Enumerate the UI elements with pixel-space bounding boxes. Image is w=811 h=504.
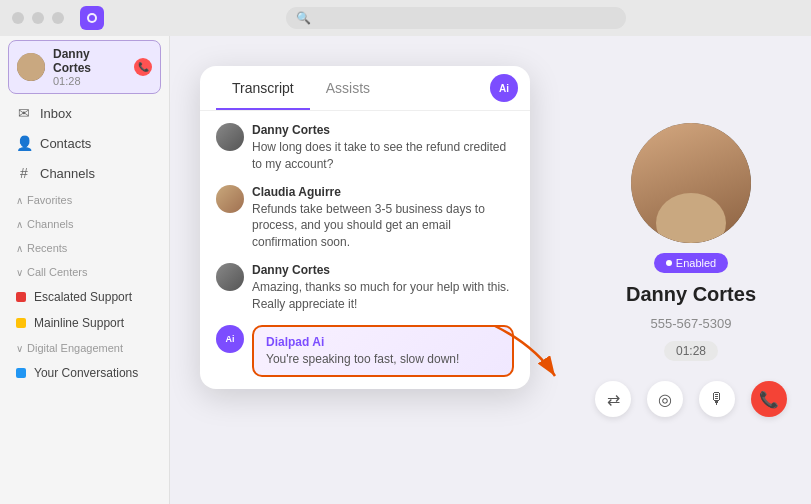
- msg-sender-1: Danny Cortes: [252, 123, 514, 137]
- search-icon: 🔍: [296, 11, 311, 25]
- escalated-label: Escalated Support: [34, 290, 132, 304]
- chevron-icon: ∧: [16, 195, 23, 206]
- channels-icon: #: [16, 165, 32, 181]
- sidebar-item-inbox[interactable]: ✉ Inbox: [0, 98, 169, 128]
- mic-button[interactable]: 🎙: [699, 381, 735, 417]
- sidebar-label-contacts: Contacts: [40, 136, 91, 151]
- inbox-icon: ✉: [16, 105, 32, 121]
- sidebar-item-channels[interactable]: # Channels: [0, 158, 169, 188]
- window-dot-minimize[interactable]: [32, 12, 44, 24]
- enabled-label: Enabled: [676, 257, 716, 269]
- active-call-item[interactable]: Danny Cortes 01:28 📞: [8, 40, 161, 94]
- enabled-badge: Enabled: [654, 253, 728, 273]
- transcript-modal: Transcript Assists Ai Danny Cortes How l…: [200, 66, 530, 389]
- message-2: Claudia Aguirre Refunds take between 3-5…: [216, 185, 514, 251]
- message-1: Danny Cortes How long does it take to se…: [216, 123, 514, 173]
- enabled-dot-icon: [666, 260, 672, 266]
- section-recents-label: Recents: [27, 242, 67, 254]
- caller-full-name: Danny Cortes: [626, 283, 756, 306]
- msg-sender-2: Claudia Aguirre: [252, 185, 514, 199]
- section-call-centers[interactable]: ∨ Call Centers: [0, 260, 169, 284]
- tab-transcript[interactable]: Transcript: [216, 66, 310, 110]
- app-logo: [80, 6, 104, 30]
- modal-messages: Danny Cortes How long does it take to se…: [200, 111, 530, 389]
- msg-sender-3: Danny Cortes: [252, 263, 514, 277]
- section-recents[interactable]: ∧ Recents: [0, 236, 169, 260]
- sidebar-item-contacts[interactable]: 👤 Contacts: [0, 128, 169, 158]
- chevron-icon-3: ∧: [16, 243, 23, 254]
- call-timer: 01:28: [664, 341, 718, 361]
- sidebar-item-mainline[interactable]: Mainline Support: [0, 310, 169, 336]
- main-layout: Danny Cortes 01:28 📞 ✉ Inbox 👤 Contacts …: [0, 36, 811, 504]
- msg-content-2: Claudia Aguirre Refunds take between 3-5…: [252, 185, 514, 251]
- section-channels[interactable]: ∧ Channels: [0, 212, 169, 236]
- chevron-icon-2: ∧: [16, 219, 23, 230]
- chevron-icon-5: ∨: [16, 343, 23, 354]
- section-favorites[interactable]: ∧ Favorites: [0, 188, 169, 212]
- contacts-icon: 👤: [16, 135, 32, 151]
- msg-sender-4: Dialpad Ai: [266, 335, 500, 349]
- section-favorites-label: Favorites: [27, 194, 72, 206]
- dot-red-icon: [16, 292, 26, 302]
- section-channels-label: Channels: [27, 218, 73, 230]
- titlebar: 🔍: [0, 0, 811, 36]
- msg-content-4-ai: Dialpad Ai You're speaking too fast, slo…: [252, 325, 514, 378]
- msg-text-4: You're speaking too fast, slow down!: [266, 351, 500, 368]
- settings-button[interactable]: ◎: [647, 381, 683, 417]
- message-4-ai: Ai Dialpad Ai You're speaking too fast, …: [216, 325, 514, 378]
- dot-blue-icon: [16, 368, 26, 378]
- svg-point-1: [89, 15, 95, 21]
- sidebar-label-channels: Channels: [40, 166, 95, 181]
- ai-badge: Ai: [490, 74, 518, 102]
- avatar-ai-msg4: Ai: [216, 325, 244, 353]
- msg-text-2: Refunds take between 3-5 business days t…: [252, 201, 514, 251]
- sidebar-item-your-conversations[interactable]: Your Conversations: [0, 360, 169, 386]
- digital-label: Digital Engagement: [27, 342, 123, 354]
- action-icons-row: ⇄ ◎ 🎙 📞: [595, 381, 787, 417]
- tab-assists[interactable]: Assists: [310, 66, 386, 110]
- end-call-icon[interactable]: 📞: [134, 58, 152, 76]
- end-call-button[interactable]: 📞: [751, 381, 787, 417]
- msg-text-1: How long does it take to see the refund …: [252, 139, 514, 173]
- caller-photo: [631, 123, 751, 243]
- caller-info: Danny Cortes 01:28: [53, 47, 126, 87]
- avatar-danny: [17, 53, 45, 81]
- msg-content-3: Danny Cortes Amazing, thanks so much for…: [252, 263, 514, 313]
- msg-content-1: Danny Cortes How long does it take to se…: [252, 123, 514, 173]
- caller-info-panel: Enabled Danny Cortes 555-567-5309 01:28 …: [571, 36, 811, 504]
- dot-yellow-icon: [16, 318, 26, 328]
- sidebar-caller-time: 01:28: [53, 75, 126, 87]
- sidebar: Danny Cortes 01:28 📞 ✉ Inbox 👤 Contacts …: [0, 36, 170, 504]
- mainline-label: Mainline Support: [34, 316, 124, 330]
- window-dot-maximize[interactable]: [52, 12, 64, 24]
- window-dot-close[interactable]: [12, 12, 24, 24]
- chevron-icon-4: ∨: [16, 267, 23, 278]
- your-conversations-label: Your Conversations: [34, 366, 138, 380]
- avatar-claudia-msg2: [216, 185, 244, 213]
- transfer-button[interactable]: ⇄: [595, 381, 631, 417]
- message-3: Danny Cortes Amazing, thanks so much for…: [216, 263, 514, 313]
- caller-face: [631, 123, 751, 243]
- caller-phone-number: 555-567-5309: [651, 316, 732, 331]
- sidebar-label-inbox: Inbox: [40, 106, 72, 121]
- avatar-danny-msg3: [216, 263, 244, 291]
- sidebar-item-escalated[interactable]: Escalated Support: [0, 284, 169, 310]
- sidebar-caller-name: Danny Cortes: [53, 47, 126, 75]
- search-bar[interactable]: 🔍: [286, 7, 626, 29]
- call-centers-label: Call Centers: [27, 266, 88, 278]
- content-area: Transcript Assists Ai Danny Cortes How l…: [170, 36, 811, 504]
- section-digital[interactable]: ∨ Digital Engagement: [0, 336, 169, 360]
- modal-tabs: Transcript Assists Ai: [200, 66, 530, 111]
- msg-text-3: Amazing, thanks so much for your help wi…: [252, 279, 514, 313]
- avatar-danny-msg1: [216, 123, 244, 151]
